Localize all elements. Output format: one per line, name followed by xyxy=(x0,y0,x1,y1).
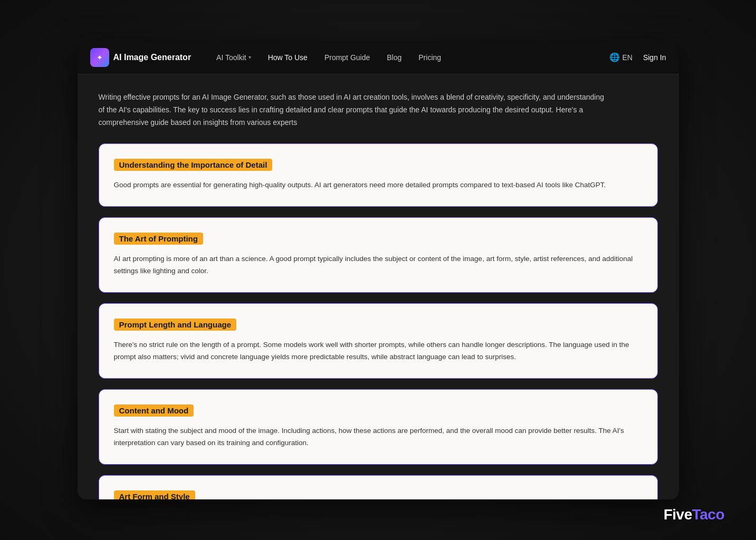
card-body-length: There's no strict rule on the length of … xyxy=(114,339,643,363)
card-title-prompting: The Art of Prompting xyxy=(114,233,643,245)
card-art-form: Art Form and Style xyxy=(99,475,658,499)
card-body-detail: Good prompts are essential for generatin… xyxy=(114,179,643,191)
card-detail: Understanding the Importance of Detail G… xyxy=(99,143,658,207)
logo-icon: ✦ xyxy=(90,48,109,67)
nav-item-prompt-guide[interactable]: Prompt Guide xyxy=(324,53,370,62)
navbar-nav: AI Toolkit ▾ How To Use Prompt Guide Blo… xyxy=(216,53,441,62)
navbar-right: 🌐 EN Sign In xyxy=(609,52,666,62)
card-title-badge-prompting: The Art of Prompting xyxy=(114,233,203,245)
card-title-art-form: Art Form and Style xyxy=(114,490,643,499)
card-title-badge-mood: Content and Mood xyxy=(114,404,194,417)
card-body-mood: Start with stating the subject and mood … xyxy=(114,425,643,449)
navbar: ✦ AI Image Generator AI Toolkit ▾ How To… xyxy=(78,41,679,74)
chevron-down-icon: ▾ xyxy=(248,54,251,60)
sign-in-button[interactable]: Sign In xyxy=(643,53,666,62)
card-title-badge-art-form: Art Form and Style xyxy=(114,490,195,499)
navbar-brand: ✦ AI Image Generator xyxy=(90,48,192,67)
card-title-detail: Understanding the Importance of Detail xyxy=(114,159,643,171)
intro-paragraph: Writing effective prompts for an AI Imag… xyxy=(99,91,605,129)
nav-item-blog[interactable]: Blog xyxy=(387,53,401,62)
card-title-badge-length: Prompt Length and Language xyxy=(114,319,237,331)
browser-window: ✦ AI Image Generator AI Toolkit ▾ How To… xyxy=(78,41,679,499)
card-title-length: Prompt Length and Language xyxy=(114,319,643,331)
card-title-badge-detail: Understanding the Importance of Detail xyxy=(114,159,273,171)
card-mood: Content and Mood Start with stating the … xyxy=(99,389,658,465)
footer-brand: FiveTaco xyxy=(664,506,724,523)
brand-name: AI Image Generator xyxy=(113,53,192,62)
globe-icon: 🌐 xyxy=(609,52,620,62)
nav-item-ai-toolkit[interactable]: AI Toolkit ▾ xyxy=(216,53,251,62)
card-prompting: The Art of Prompting AI art prompting is… xyxy=(99,217,658,293)
nav-item-how-to-use[interactable]: How To Use xyxy=(268,53,308,62)
language-button[interactable]: 🌐 EN xyxy=(609,52,632,62)
card-body-prompting: AI art prompting is more of an art than … xyxy=(114,253,643,277)
main-content: Writing effective prompts for an AI Imag… xyxy=(78,74,679,499)
card-title-mood: Content and Mood xyxy=(114,404,643,417)
nav-item-pricing[interactable]: Pricing xyxy=(418,53,441,62)
card-length: Prompt Length and Language There's no st… xyxy=(99,303,658,379)
